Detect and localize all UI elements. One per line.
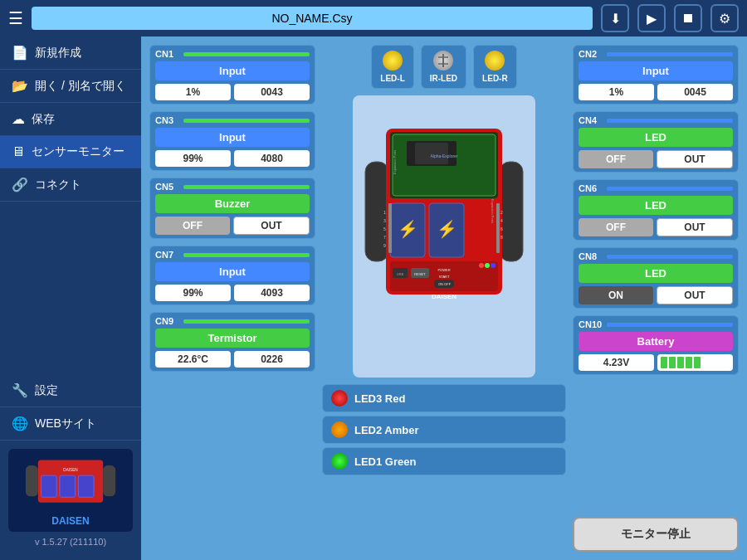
cn10-voltage: 4.23V [579, 354, 654, 371]
title-input[interactable] [32, 7, 593, 30]
cn5-mode-button[interactable]: Buzzer [155, 194, 310, 213]
ir-led-item[interactable]: IR-LED [421, 45, 466, 89]
sidebar-item-monitor[interactable]: 🖥 センサーモニター [0, 136, 141, 168]
new-icon: 📄 [12, 45, 28, 61]
cn4-btn1[interactable]: OFF [579, 150, 653, 168]
led-r-label: LED-R [482, 74, 508, 83]
cn3-values: 99% 4080 [155, 150, 310, 167]
led3-indicator [331, 390, 348, 407]
svg-text:2: 2 [500, 210, 503, 215]
header: ☰ ⬇ ▶ ⏹ ⚙ [0, 0, 747, 37]
cn7-val2: 4093 [234, 285, 310, 301]
cn6-panel: CN6 LED OFF OUT [573, 179, 739, 241]
cn2-mode-button[interactable]: Input [579, 61, 733, 80]
cn3-mode-button[interactable]: Input [155, 128, 310, 147]
battery-bar-5 [694, 357, 701, 368]
cn10-bars [657, 354, 733, 371]
led1-label: LED1 Green [354, 455, 557, 468]
svg-text:Alpha-Explorer: Alpha-Explorer [430, 153, 457, 158]
led-r-indicator [485, 51, 505, 71]
led2-item[interactable]: LED2 Amber [322, 416, 566, 444]
cn6-btn2[interactable]: OUT [657, 218, 733, 236]
cn1-header: CN1 [155, 49, 310, 59]
cn9-label: CN9 [155, 316, 178, 326]
cn2-panel: CN2 Input 1% 0045 [573, 45, 739, 105]
monitor-stop-button[interactable]: モニター停止 [573, 517, 739, 552]
cn8-label: CN8 [579, 251, 602, 261]
sidebar-label-save: 保存 [32, 112, 55, 127]
left-column: CN1 Input 1% 0043 CN3 Input 99% 4080 [149, 45, 315, 552]
svg-text:3: 3 [383, 218, 386, 223]
cn7-label: CN7 [155, 250, 178, 260]
save-icon: ☁ [12, 111, 25, 127]
cn6-mode-button[interactable]: LED [579, 196, 733, 215]
cn2-label: CN2 [579, 49, 602, 59]
cn8-header: CN8 [579, 251, 733, 261]
led-l-label: LED-L [380, 74, 404, 83]
cn1-label: CN1 [155, 49, 178, 59]
sidebar-item-save[interactable]: ☁ 保存 [0, 103, 141, 136]
cn8-btn2[interactable]: OUT [657, 286, 733, 304]
cn6-btn1[interactable]: OFF [579, 218, 653, 236]
cn9-mode-button[interactable]: Termistor [155, 329, 310, 348]
cn3-panel: CN3 Input 99% 4080 [149, 111, 315, 171]
cn2-val2: 0045 [657, 84, 733, 100]
led1-item[interactable]: LED1 Green [322, 447, 566, 475]
cn3-val1: 99% [155, 150, 231, 167]
svg-text:DAISEN: DAISEN [63, 468, 77, 472]
stop-button[interactable]: ⏹ [674, 4, 702, 32]
cn5-btn1[interactable]: OFF [155, 217, 230, 235]
cn3-label: CN3 [155, 115, 178, 125]
cn6-btn-row: OFF OUT [579, 218, 733, 236]
cn1-panel: CN1 Input 1% 0043 [149, 45, 315, 105]
cn5-btn2[interactable]: OUT [233, 217, 310, 235]
cn7-mode-button[interactable]: Input [155, 262, 310, 281]
led2-label: LED2 Amber [354, 424, 557, 436]
play-button[interactable]: ▶ [637, 4, 666, 32]
svg-rect-11 [500, 162, 523, 261]
ir-led-indicator [433, 51, 453, 71]
cn5-btn-row: OFF OUT [155, 217, 310, 235]
cn6-label: CN6 [579, 183, 602, 193]
sidebar-item-settings[interactable]: 🔧 設定 [0, 374, 141, 407]
cn7-bar [183, 253, 310, 257]
cn9-val2: 0226 [234, 351, 310, 368]
sidebar-label-website: WEBサイト [35, 416, 96, 431]
cn4-mode-button[interactable]: LED [579, 128, 733, 147]
svg-text:DAISEN: DAISEN [432, 293, 456, 300]
sidebar-item-new[interactable]: 📄 新規作成 [0, 37, 141, 70]
svg-rect-35 [496, 203, 500, 253]
sidebar-label-monitor: センサーモニター [32, 144, 124, 159]
cn5-header: CN5 [155, 182, 310, 192]
led-l-item[interactable]: LED-L [371, 45, 413, 89]
sidebar-item-website[interactable]: 🌐 WEBサイト [0, 407, 141, 441]
cn8-mode-button[interactable]: LED [579, 264, 733, 283]
battery-bar-4 [686, 357, 692, 368]
hamburger-icon[interactable]: ☰ [8, 8, 23, 28]
cn4-btn2[interactable]: OUT [657, 150, 733, 168]
led3-item[interactable]: LED3 Red [322, 384, 566, 412]
cn10-mode-button[interactable]: Battery [579, 332, 733, 351]
website-icon: 🌐 [12, 416, 28, 431]
cn1-values: 1% 0043 [155, 84, 310, 100]
cn4-label: CN4 [579, 115, 602, 125]
svg-text:START: START [439, 275, 450, 279]
open-icon: 📂 [12, 78, 28, 94]
robot-thumbnail-svg: DAISEN [21, 454, 120, 512]
sidebar-item-connect[interactable]: 🔗 コネクト [0, 168, 141, 202]
cn9-val1: 22.6°C [155, 351, 231, 368]
sidebar-item-open[interactable]: 📂 開く / 別名で開く [0, 70, 141, 103]
right-column: CN2 Input 1% 0045 CN4 LED OFF OUT [573, 45, 739, 552]
cn3-bar [183, 119, 310, 123]
svg-text:POWER: POWER [437, 268, 450, 272]
cn8-btn1[interactable]: ON [579, 286, 653, 304]
svg-rect-0 [26, 465, 38, 496]
led-r-item[interactable]: LED-R [473, 45, 517, 89]
cn9-panel: CN9 Termistor 22.6°C 0226 [149, 312, 315, 372]
download-button[interactable]: ⬇ [601, 4, 629, 32]
settings-button[interactable]: ⚙ [710, 4, 739, 32]
sidebar-label-settings: 設定 [35, 383, 58, 398]
cn1-mode-button[interactable]: Input [155, 61, 310, 80]
cn7-val1: 99% [155, 285, 231, 301]
svg-text:5: 5 [383, 226, 386, 231]
